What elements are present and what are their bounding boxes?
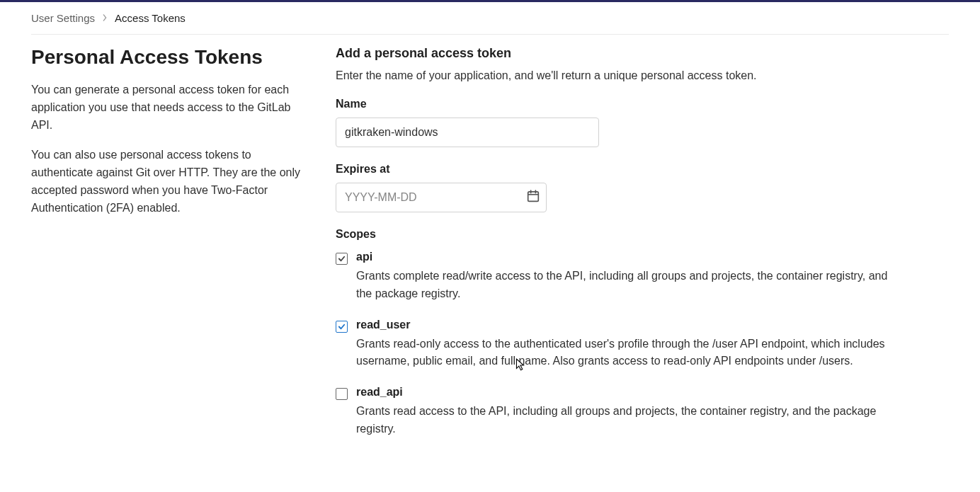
scope-checkbox-api[interactable] — [336, 253, 348, 265]
scope-item-read_user: read_userGrants read-only access to the … — [336, 319, 895, 371]
name-input[interactable] — [336, 118, 599, 147]
form-description: Enter the name of your application, and … — [336, 69, 895, 82]
intro-paragraph-2: You can also use personal access tokens … — [31, 147, 307, 217]
scope-desc-read_user: Grants read-only access to the authentic… — [356, 336, 895, 371]
breadcrumb-current: Access Tokens — [115, 12, 186, 24]
expires-input[interactable] — [336, 183, 547, 212]
scope-name-read_user[interactable]: read_user — [356, 319, 895, 331]
scope-desc-api: Grants complete read/write access to the… — [356, 268, 895, 303]
scopes-label: Scopes — [336, 228, 895, 241]
name-label: Name — [336, 98, 895, 110]
token-form: Add a personal access token Enter the na… — [336, 46, 895, 454]
page-intro: Personal Access Tokens You can generate … — [31, 46, 307, 454]
intro-paragraph-1: You can generate a personal access token… — [31, 81, 307, 134]
breadcrumb: User Settings Access Tokens — [31, 9, 949, 35]
expires-label: Expires at — [336, 163, 895, 176]
form-heading: Add a personal access token — [336, 46, 895, 61]
page-title: Personal Access Tokens — [31, 46, 307, 69]
scope-item-api: apiGrants complete read/write access to … — [336, 251, 895, 303]
scope-desc-read_api: Grants read access to the API, including… — [356, 403, 895, 438]
scope-checkbox-read_api[interactable] — [336, 388, 348, 400]
chevron-right-icon — [102, 13, 108, 23]
breadcrumb-parent[interactable]: User Settings — [31, 12, 95, 24]
scope-item-read_api: read_apiGrants read access to the API, i… — [336, 386, 895, 438]
scope-checkbox-read_user[interactable] — [336, 321, 348, 333]
scope-name-read_api[interactable]: read_api — [356, 386, 895, 399]
scope-name-api[interactable]: api — [356, 251, 895, 263]
